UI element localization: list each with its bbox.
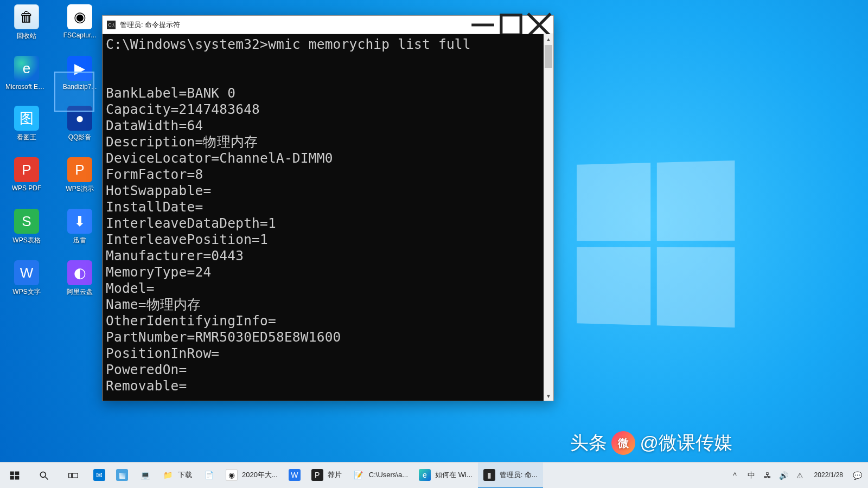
- desktop-selection-box: [54, 72, 94, 112]
- downloads-folder-label: 下载: [178, 470, 192, 480]
- cmd-task-label: 管理员: 命...: [500, 470, 538, 480]
- fscapture-icon-label: FSCaptur...: [63, 31, 97, 39]
- wpsppt-icon-label: WPS演示: [66, 184, 93, 194]
- fscapture-icon-glyph: ◉: [67, 4, 92, 29]
- qqav-icon-label: QQ影音: [68, 133, 92, 142]
- chrome-2020-icon: ◉: [226, 469, 238, 481]
- cmd-body[interactable]: C:\Windows\system32>wmic memorychip list…: [103, 34, 553, 401]
- recycle-bin-icon-label: 回收站: [17, 31, 36, 41]
- edge-icon-glyph: e: [14, 56, 39, 81]
- tray-alert-icon[interactable]: ⚠: [793, 463, 808, 489]
- scroll-up-arrow[interactable]: ▲: [544, 34, 553, 44]
- edge-icon[interactable]: e Microsoft Edge: [7, 56, 47, 91]
- notepad-app[interactable]: 📄: [197, 463, 220, 489]
- close-button[interactable]: [525, 16, 553, 34]
- laptop-app[interactable]: 💻: [133, 463, 156, 489]
- windows-logo-watermark: [577, 160, 735, 328]
- wpspdf-icon-glyph: P: [14, 157, 39, 182]
- wpsdoc-icon-label: WPS文字: [12, 287, 40, 297]
- fscapture-icon[interactable]: ◉ FSCaptur...: [60, 4, 100, 41]
- wpspdf-icon[interactable]: P WPS PDF: [7, 157, 47, 194]
- tray-volume-icon[interactable]: 🔊: [776, 463, 792, 489]
- downloads-folder-icon: 📁: [162, 469, 174, 481]
- aliyun-icon-label: 阿里云盘: [67, 287, 93, 297]
- watermark-avatar: 微: [611, 431, 635, 455]
- wps-task-icon: W: [289, 469, 301, 481]
- mail-app[interactable]: ✉: [88, 463, 111, 489]
- watermark-prefix: 头条: [570, 431, 607, 455]
- svg-rect-1: [10, 471, 14, 475]
- notepad-users[interactable]: 📝C:\Users\a...: [347, 463, 413, 489]
- aliyun-icon-glyph: ◐: [67, 260, 92, 285]
- notepad-users-icon: 📝: [353, 469, 365, 481]
- video-watermark: 头条 微 @微课传媒: [570, 431, 732, 455]
- cmd-window[interactable]: C:\ 管理员: 命令提示符 C:\Windows\system32>wmic …: [102, 15, 554, 401]
- aliyun-icon[interactable]: ◐ 阿里云盘: [60, 260, 100, 297]
- jianpian[interactable]: P荐片: [306, 463, 347, 489]
- chrome-2020-label: 2020年大...: [242, 470, 278, 480]
- minimize-button[interactable]: [469, 16, 497, 34]
- edge-howto[interactable]: e如何在 Wi...: [413, 463, 478, 489]
- notepad-app-icon: 📄: [203, 469, 215, 481]
- wpsppt-icon[interactable]: P WPS演示: [60, 157, 100, 194]
- desktop-icons-area: 🗑 回收站◉ FSCaptur...e Microsoft Edge▶ Band…: [7, 4, 100, 312]
- xunlei-icon[interactable]: ⬇ 迅雷: [60, 209, 100, 245]
- svg-rect-4: [15, 476, 19, 479]
- jianpian-icon: P: [311, 469, 323, 481]
- wpsxls-icon-label: WPS表格: [12, 236, 40, 245]
- start-button[interactable]: [0, 463, 29, 489]
- downloads-folder[interactable]: 📁下载: [156, 463, 197, 489]
- wpsppt-icon-glyph: P: [67, 157, 92, 182]
- recycle-bin-icon[interactable]: 🗑 回收站: [7, 4, 47, 41]
- notepad-users-label: C:\Users\a...: [369, 471, 408, 479]
- wpsxls-icon-glyph: S: [14, 209, 39, 234]
- maximize-button[interactable]: [497, 16, 525, 34]
- cmd-output[interactable]: C:\Windows\system32>wmic memorychip list…: [103, 34, 544, 401]
- taskbar: ✉▦💻📁下载📄◉2020年大...WP荐片📝C:\Users\a...e如何在 …: [0, 462, 868, 488]
- scroll-down-arrow[interactable]: ▼: [544, 391, 553, 401]
- cmd-task[interactable]: ▮管理员: 命...: [478, 463, 543, 489]
- photos-app[interactable]: ▦: [111, 463, 133, 489]
- scroll-thumb[interactable]: [545, 45, 552, 68]
- cmd-task-icon: ▮: [483, 469, 495, 481]
- cmd-title-text: 管理员: 命令提示符: [120, 20, 180, 30]
- desktop: 🗑 回收站◉ FSCaptur...e Microsoft Edge▶ Band…: [0, 0, 868, 488]
- svg-rect-0: [501, 15, 521, 34]
- cmd-icon: C:\: [107, 21, 116, 29]
- clock-date: 2022/1/28: [814, 471, 843, 479]
- recycle-bin-icon-glyph: 🗑: [14, 4, 39, 29]
- wpspdf-icon-label: WPS PDF: [12, 184, 42, 192]
- kantu-icon[interactable]: 图 看图王: [7, 106, 47, 142]
- action-center-icon[interactable]: 💬: [850, 463, 865, 489]
- mail-app-icon: ✉: [93, 469, 105, 481]
- wpsdoc-icon-glyph: W: [14, 260, 39, 285]
- edge-howto-icon: e: [419, 469, 431, 481]
- edge-howto-label: 如何在 Wi...: [435, 470, 473, 480]
- tray-ime-icon[interactable]: 中: [744, 463, 759, 489]
- svg-rect-2: [15, 471, 19, 475]
- cmd-titlebar[interactable]: C:\ 管理员: 命令提示符: [103, 16, 553, 34]
- tray-network-icon[interactable]: 🖧: [760, 463, 775, 489]
- svg-rect-7: [72, 473, 78, 477]
- laptop-app-icon: 💻: [139, 469, 151, 481]
- wpsxls-icon[interactable]: S WPS表格: [7, 209, 47, 245]
- taskbar-clock[interactable]: 2022/1/28: [809, 471, 848, 479]
- edge-icon-label: Microsoft Edge: [5, 83, 48, 91]
- cmd-scrollbar[interactable]: ▲ ▼: [544, 34, 553, 401]
- task-view-button[interactable]: [59, 463, 88, 489]
- svg-rect-3: [10, 476, 14, 479]
- wpsdoc-icon[interactable]: W WPS文字: [7, 260, 47, 297]
- xunlei-icon-glyph: ⬇: [67, 209, 92, 234]
- system-tray: ^ 中 🖧 🔊 ⚠ 2022/1/28 💬: [727, 463, 868, 489]
- tray-chevron-icon[interactable]: ^: [727, 463, 743, 489]
- watermark-handle: @微课传媒: [640, 431, 732, 455]
- jianpian-label: 荐片: [328, 470, 342, 480]
- wps-task[interactable]: W: [283, 463, 306, 489]
- svg-rect-6: [69, 473, 72, 477]
- xunlei-icon-label: 迅雷: [73, 236, 86, 245]
- search-button[interactable]: [29, 463, 59, 489]
- photos-app-icon: ▦: [116, 469, 128, 481]
- chrome-2020[interactable]: ◉2020年大...: [220, 463, 283, 489]
- svg-point-5: [40, 472, 46, 477]
- kantu-icon-label: 看图王: [17, 133, 36, 142]
